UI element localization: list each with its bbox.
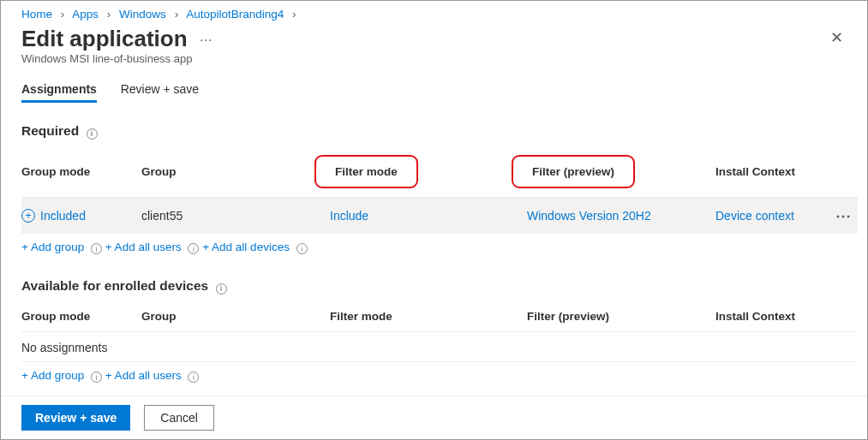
col-filter-mode: Filter mode	[330, 301, 527, 332]
info-icon[interactable]: i	[91, 372, 102, 383]
col-group-mode: Group mode	[21, 301, 141, 332]
tab-assignments[interactable]: Assignments	[21, 77, 97, 103]
add-group-link[interactable]: + Add group	[21, 241, 84, 253]
col-filter-preview: Filter (preview)	[527, 146, 715, 198]
breadcrumb-apps[interactable]: Apps	[72, 8, 99, 21]
col-filter-mode: Filter mode	[330, 146, 527, 198]
filter-mode-link[interactable]: Include	[330, 209, 368, 223]
row-menu-icon[interactable]: ⋯	[835, 207, 858, 224]
col-group-mode: Group mode	[21, 146, 141, 198]
breadcrumb-windows[interactable]: Windows	[119, 8, 166, 21]
page-subtitle: Windows MSI line-of-business app	[1, 52, 867, 77]
info-icon[interactable]: i	[188, 243, 199, 254]
group-mode-included: + Included	[21, 209, 86, 223]
info-icon[interactable]: i	[91, 243, 102, 254]
col-install-context: Install Context	[715, 146, 835, 198]
page-title: Edit application	[21, 26, 188, 52]
add-group-link[interactable]: + Add group	[21, 369, 84, 382]
breadcrumb-current[interactable]: AutopilotBranding4	[186, 8, 284, 21]
info-icon[interactable]: i	[296, 243, 308, 254]
filter-preview-link[interactable]: Windows Version 20H2	[527, 209, 651, 223]
table-row-empty: No assignments	[21, 331, 858, 361]
group-name: client55	[141, 197, 330, 234]
available-assignments-table: Group mode Group Filter mode Filter (pre…	[21, 301, 858, 362]
info-icon[interactable]: i	[188, 372, 199, 383]
tab-review-save[interactable]: Review + save	[121, 77, 199, 103]
chevron-right-icon: ›	[175, 8, 179, 21]
footer-bar: Review + save Cancel	[1, 395, 867, 439]
section-required-title: Required i	[21, 123, 847, 140]
add-all-devices-link[interactable]: + Add all devices	[202, 241, 290, 253]
add-all-users-link[interactable]: + Add all users	[105, 241, 182, 253]
chevron-right-icon: ›	[61, 8, 65, 21]
cancel-button[interactable]: Cancel	[144, 405, 214, 431]
plus-circle-icon: +	[21, 209, 35, 223]
required-assignments-table: Group mode Group Filter mode Filter (pre…	[21, 146, 858, 234]
table-row[interactable]: + Included client55 Include Windows Vers…	[21, 197, 858, 234]
review-save-button[interactable]: Review + save	[21, 405, 130, 431]
section-available-title: Available for enrolled devices i	[21, 278, 847, 294]
chevron-right-icon: ›	[292, 8, 296, 21]
tab-bar: Assignments Review + save	[1, 77, 867, 103]
add-all-users-link[interactable]: + Add all users	[105, 369, 182, 382]
required-add-actions: + Add group i + Add all users i + Add al…	[21, 234, 847, 264]
context-menu-icon[interactable]: …	[199, 29, 213, 44]
breadcrumb-home[interactable]: Home	[21, 8, 52, 21]
available-add-actions: + Add group i + Add all users i	[21, 362, 847, 392]
info-icon[interactable]: i	[87, 128, 98, 140]
close-icon[interactable]: ✕	[823, 25, 850, 51]
col-group: Group	[141, 146, 330, 198]
col-install-context: Install Context	[715, 301, 835, 332]
col-group: Group	[141, 301, 330, 332]
col-filter-preview: Filter (preview)	[527, 301, 715, 332]
chevron-right-icon: ›	[107, 8, 111, 21]
install-context-link[interactable]: Device context	[715, 209, 794, 223]
breadcrumb: Home › Apps › Windows › AutopilotBrandin…	[1, 1, 867, 21]
info-icon[interactable]: i	[216, 283, 227, 294]
